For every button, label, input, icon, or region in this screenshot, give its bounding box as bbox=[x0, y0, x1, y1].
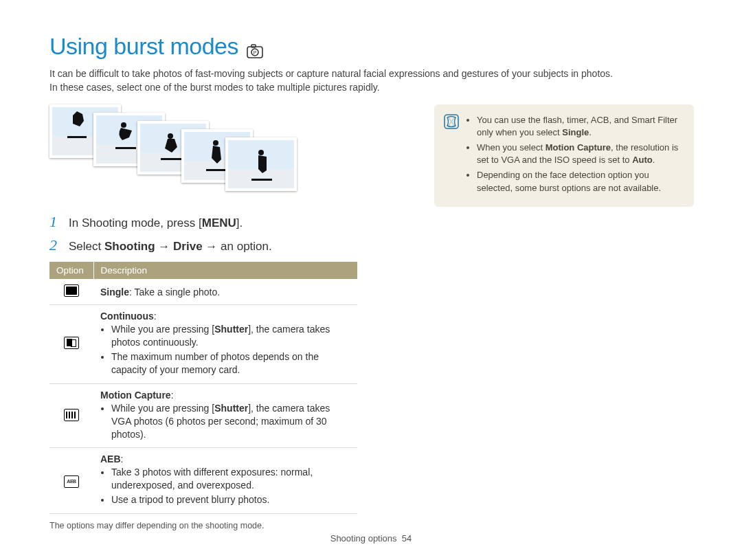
svg-rect-4 bbox=[67, 136, 87, 138]
step-2-text: Select Shooting → Drive → an option. bbox=[69, 238, 272, 255]
motion-capture-icon bbox=[64, 409, 79, 421]
aeb-description: AEB: Take 3 photos with different exposu… bbox=[93, 448, 357, 514]
step-1: 1 In Shooting mode, press [MENU]. bbox=[49, 213, 407, 232]
intro-line-1: It can be difficult to take photos of fa… bbox=[49, 68, 613, 79]
page-footer: Shooting options 54 bbox=[0, 533, 742, 544]
intro-line-2: In these cases, select one of the burst … bbox=[49, 82, 380, 93]
list-item: While you are pressing [Shutter], the ca… bbox=[111, 323, 350, 349]
table-row: Continuous: While you are pressing [Shut… bbox=[49, 305, 357, 384]
svg-rect-12 bbox=[251, 179, 272, 181]
step-number: 2 bbox=[49, 236, 60, 254]
list-item: Depending on the face detection option y… bbox=[477, 169, 683, 194]
table-footnote: The options may differ depending on the … bbox=[49, 521, 407, 530]
note-icon bbox=[444, 114, 459, 129]
footer-page-number: 54 bbox=[402, 533, 412, 544]
list-item: The maximum number of photos depends on … bbox=[111, 350, 350, 377]
svg-point-5 bbox=[121, 122, 126, 128]
page-title: Using burst modes bbox=[49, 33, 238, 60]
page-title-row: Using burst modes P bbox=[49, 33, 694, 60]
svg-text:P: P bbox=[254, 50, 257, 55]
continuous-icon bbox=[64, 337, 79, 349]
step-number: 1 bbox=[49, 213, 60, 231]
svg-point-7 bbox=[168, 133, 173, 139]
program-mode-icon: P bbox=[247, 44, 263, 59]
svg-point-11 bbox=[258, 150, 264, 155]
steps-list: 1 In Shooting mode, press [MENU]. 2 Sele… bbox=[49, 213, 407, 256]
step-1-text: In Shooting mode, press [MENU]. bbox=[69, 215, 243, 232]
options-table: Option Description Single: Take a single… bbox=[49, 262, 357, 514]
single-description: Single: Take a single photo. bbox=[93, 279, 357, 305]
table-row: AEB AEB: Take 3 photos with different ex… bbox=[49, 448, 357, 514]
single-icon bbox=[64, 284, 79, 297]
note-box: You can use the flash, timer, ACB, and S… bbox=[434, 104, 694, 207]
note-list: You can use the flash, timer, ACB, and S… bbox=[466, 114, 683, 197]
svg-rect-6 bbox=[115, 147, 136, 149]
motion-capture-description: Motion Capture: While you are pressing [… bbox=[93, 383, 357, 448]
list-item: Use a tripod to prevent blurry photos. bbox=[111, 493, 350, 506]
svg-rect-10 bbox=[206, 169, 227, 171]
col-header-option: Option bbox=[49, 262, 93, 279]
svg-rect-8 bbox=[161, 158, 181, 160]
list-item: You can use the flash, timer, ACB, and S… bbox=[477, 114, 683, 139]
list-item: While you are pressing [Shutter], the ca… bbox=[111, 402, 350, 441]
continuous-description: Continuous: While you are pressing [Shut… bbox=[93, 305, 357, 384]
list-item: Take 3 photos with different exposures: … bbox=[111, 466, 350, 492]
burst-frame-5 bbox=[225, 137, 297, 191]
burst-illustration bbox=[49, 104, 407, 201]
table-row: Single: Take a single photo. bbox=[49, 279, 357, 305]
intro-paragraph: It can be difficult to take photos of fa… bbox=[49, 67, 694, 95]
svg-rect-1 bbox=[251, 45, 256, 47]
step-2: 2 Select Shooting → Drive → an option. bbox=[49, 236, 407, 255]
footer-section: Shooting options bbox=[330, 533, 397, 544]
aeb-icon: AEB bbox=[64, 475, 79, 488]
svg-point-9 bbox=[213, 140, 218, 146]
col-header-description: Description bbox=[93, 262, 357, 279]
list-item: When you select Motion Capture, the reso… bbox=[477, 142, 683, 166]
table-row: Motion Capture: While you are pressing [… bbox=[49, 383, 357, 448]
